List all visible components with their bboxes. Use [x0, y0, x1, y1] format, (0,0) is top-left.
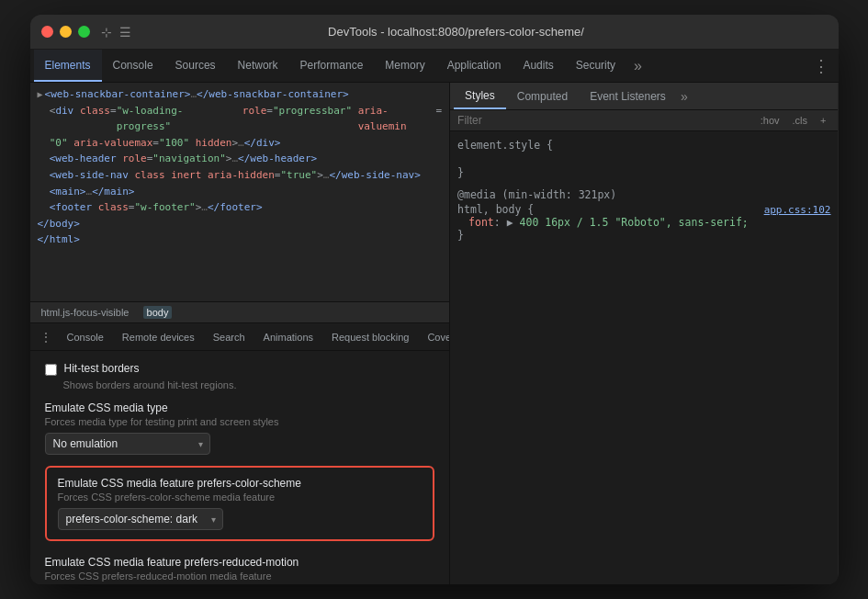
reduced-motion-title: Emulate CSS media feature prefers-reduce…: [45, 556, 435, 569]
nav-more-icon[interactable]: »: [626, 58, 649, 74]
filter-add-button[interactable]: +: [816, 113, 830, 128]
bottom-tabs-menu-icon[interactable]: ⋮: [34, 330, 58, 345]
btab-console[interactable]: Console: [58, 323, 113, 350]
breadcrumb: html.js-focus-visible body: [30, 301, 450, 323]
filter-buttons: :hov .cls +: [756, 113, 831, 128]
breadcrumb-item-html[interactable]: html.js-focus-visible: [38, 306, 133, 319]
code-line: "0" aria-valuemax="100" hidden>…</div>: [38, 135, 443, 152]
window-title: DevTools - localhost:8080/prefers-color-…: [131, 25, 782, 39]
style-rule-font: font: ▶ 400 16px / 1.5 "Roboto", sans-se…: [468, 216, 830, 229]
nav-tab-performance[interactable]: Performance: [289, 50, 375, 82]
nav-tab-audits[interactable]: Audits: [512, 50, 564, 82]
traffic-lights: [41, 26, 90, 38]
code-area: ▶ <web-snackbar-container>…</web-snackba…: [30, 83, 450, 301]
code-line: <web-side-nav class inert aria-hidden="t…: [38, 167, 443, 184]
btab-request-blocking[interactable]: Request blocking: [322, 323, 418, 350]
styles-tabs: Styles Computed Event Listeners »: [450, 83, 838, 110]
breadcrumb-item-body[interactable]: body: [143, 306, 173, 319]
right-panel: Styles Computed Event Listeners » :hov .…: [450, 83, 838, 584]
nav-menu-button[interactable]: ⋮: [807, 56, 835, 76]
filter-hov-button[interactable]: :hov: [756, 113, 784, 128]
btab-remote-devices[interactable]: Remote devices: [113, 323, 204, 350]
color-scheme-select-wrapper: No emulation prefers-color-scheme: light…: [58, 508, 223, 530]
code-line: <web-header role="navigation">…</web-hea…: [38, 151, 443, 167]
btab-search[interactable]: Search: [204, 323, 254, 350]
styles-tab-computed[interactable]: Computed: [506, 83, 579, 109]
code-line: </html>: [38, 232, 443, 248]
close-button[interactable]: [41, 26, 53, 38]
devtools-window: ⊹ ☰ DevTools - localhost:8080/prefers-co…: [30, 15, 839, 584]
bottom-tabs-bar: ⋮ Console Remote devices Search Animatio…: [30, 323, 450, 351]
maximize-button[interactable]: [78, 26, 90, 38]
nav-tab-sources[interactable]: Sources: [164, 50, 227, 82]
color-scheme-highlight-box: Emulate CSS media feature prefers-color-…: [45, 466, 435, 541]
media-type-select-wrapper: No emulation print screen ▾: [45, 433, 210, 455]
left-panel: ▶ <web-snackbar-container>…</web-snackba…: [30, 83, 451, 584]
media-type-select[interactable]: No emulation print screen: [45, 433, 210, 455]
styles-tab-event-listeners[interactable]: Event Listeners: [579, 83, 677, 109]
styles-tabs-more-icon[interactable]: »: [681, 89, 688, 104]
title-icons: ⊹ ☰: [101, 25, 131, 40]
styles-tab-styles[interactable]: Styles: [454, 83, 506, 109]
styles-filter-bar: :hov .cls +: [450, 110, 838, 131]
nav-tab-security[interactable]: Security: [565, 50, 626, 82]
css-media-type-title: Emulate CSS media type: [45, 401, 435, 414]
code-line: <footer class="w-footer">…</footer>: [38, 199, 443, 216]
hit-test-desc: Shows borders around hit-test regions.: [63, 379, 435, 390]
style-block-media: @media (min-width: 321px) html, body { a…: [457, 188, 830, 242]
filter-cls-button[interactable]: .cls: [788, 113, 813, 128]
hit-test-row: Hit-test borders: [45, 362, 435, 376]
reduced-motion-desc: Forces CSS prefers-reduced-motion media …: [45, 571, 435, 582]
nav-tab-elements[interactable]: Elements: [34, 50, 102, 82]
element-style-selector: element.style {: [457, 139, 830, 152]
hit-test-borders-section: Hit-test borders Shows borders around hi…: [45, 362, 435, 390]
css-media-type-desc: Forces media type for testing print and …: [45, 416, 435, 427]
minimize-button[interactable]: [60, 26, 72, 38]
css-media-type-section: Emulate CSS media type Forces media type…: [45, 401, 435, 455]
styles-content: element.style { } @media (min-width: 321…: [450, 131, 838, 584]
code-line: </body>: [38, 216, 443, 232]
title-bar: ⊹ ☰ DevTools - localhost:8080/prefers-co…: [30, 15, 839, 50]
nav-tab-console[interactable]: Console: [102, 50, 164, 82]
inspect-icon[interactable]: ☰: [119, 25, 131, 40]
nav-tab-memory[interactable]: Memory: [374, 50, 435, 82]
hit-test-label[interactable]: Hit-test borders: [64, 362, 140, 375]
style-block-element: element.style { }: [457, 139, 830, 179]
nav-tab-network[interactable]: Network: [227, 50, 289, 82]
color-scheme-desc: Forces CSS prefers-color-scheme media fe…: [58, 492, 423, 503]
styles-filter-input[interactable]: [457, 114, 756, 127]
nav-tab-application[interactable]: Application: [436, 50, 513, 82]
rendering-panel: Hit-test borders Shows borders around hi…: [30, 351, 450, 584]
code-line: ▶ <web-snackbar-container>…</web-snackba…: [38, 86, 443, 103]
style-source-link[interactable]: app.css:102: [764, 204, 831, 216]
cursor-icon[interactable]: ⊹: [101, 25, 112, 40]
media-query-selector: @media (min-width: 321px): [457, 188, 830, 201]
code-line: <div class="w-loading-progress" role="pr…: [38, 103, 443, 135]
hit-test-checkbox[interactable]: [45, 364, 57, 376]
code-line: <main>…</main>: [38, 184, 443, 200]
btab-animations[interactable]: Animations: [254, 323, 322, 350]
main-nav: Elements Console Sources Network Perform…: [30, 50, 839, 83]
main-content: ▶ <web-snackbar-container>…</web-snackba…: [30, 83, 839, 584]
reduced-motion-section: Emulate CSS media feature prefers-reduce…: [45, 556, 435, 584]
color-scheme-select[interactable]: No emulation prefers-color-scheme: light…: [58, 508, 223, 530]
color-scheme-title: Emulate CSS media feature prefers-color-…: [58, 477, 423, 490]
btab-coverage[interactable]: Coverage: [418, 323, 449, 350]
